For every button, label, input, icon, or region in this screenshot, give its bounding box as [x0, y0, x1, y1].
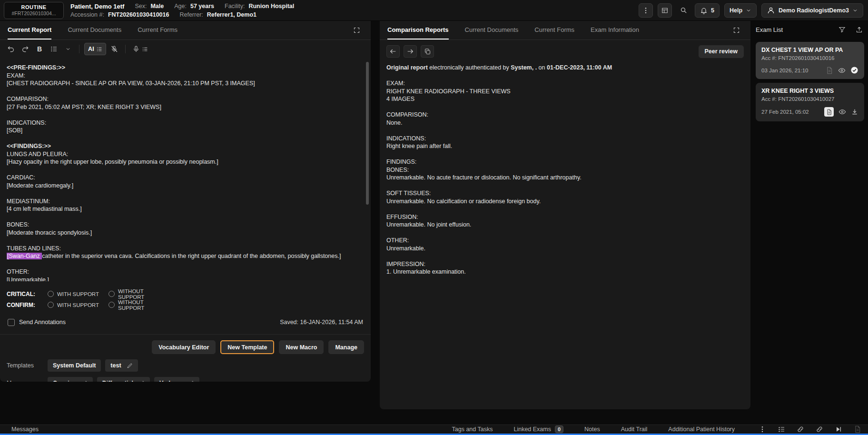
- linked-exams-tab[interactable]: Linked Exams 0: [513, 425, 563, 433]
- notifications-button[interactable]: 5: [695, 3, 720, 18]
- new-macro-button[interactable]: New Macro: [279, 340, 324, 354]
- templates-row: Templates System Default test: [7, 359, 364, 372]
- macro-differential[interactable]: Differential: [97, 377, 150, 382]
- expand-report-button[interactable]: [350, 24, 363, 37]
- forward-arrow-icon: [406, 48, 414, 55]
- report-line: [7, 260, 364, 268]
- audit-trail-tab[interactable]: Audit Trail: [621, 426, 648, 433]
- skip-forward-icon[interactable]: [835, 425, 842, 433]
- filter-button[interactable]: [837, 24, 847, 35]
- undo-button[interactable]: [5, 43, 17, 55]
- notes-tab[interactable]: Notes: [584, 426, 600, 433]
- mic-off-icon: [110, 45, 118, 53]
- user-name: Demo RadiologistDemo3: [779, 7, 849, 14]
- copy-icon: [424, 48, 431, 55]
- mic-off-button[interactable]: [108, 43, 120, 55]
- exam-list-title: Exam List: [756, 26, 783, 33]
- macro-chips: Concise Differential Verbose: [48, 377, 199, 382]
- pencil-edit-icon[interactable]: [81, 380, 88, 382]
- pencil-edit-icon[interactable]: [138, 380, 145, 382]
- redo-button[interactable]: [19, 43, 31, 55]
- tab-current-forms[interactable]: Current Forms: [138, 21, 178, 40]
- template-system-default[interactable]: System Default: [48, 359, 101, 372]
- next-report-button[interactable]: [404, 45, 417, 58]
- tab-current-documents[interactable]: Current Documents: [68, 21, 121, 40]
- confirm-without-support-radio[interactable]: WITHOUT SUPPORT: [108, 299, 169, 311]
- template-test[interactable]: test: [105, 359, 138, 372]
- report-line: [386, 205, 744, 213]
- more-options-button[interactable]: [639, 3, 653, 18]
- pencil-edit-icon[interactable]: [188, 380, 194, 382]
- radio-label: WITH SUPPORT: [57, 291, 99, 297]
- report-scrollbar[interactable]: [366, 62, 369, 205]
- kebab-icon[interactable]: [759, 425, 766, 433]
- report-line: [27 Feb 2021, 05:02 AM PST; XR; KNEE RIG…: [7, 103, 364, 111]
- report-line: Unremarkable.: [386, 245, 744, 253]
- format-dropdown-button[interactable]: [62, 43, 74, 55]
- help-button[interactable]: Help: [724, 3, 757, 18]
- download-icon[interactable]: [851, 108, 858, 116]
- send-annotations-checkbox[interactable]: Send Annotations: [8, 319, 66, 326]
- report-text: <<PRE-FINDINGS:>>EXAM:[CHEST RADIOGRAPH …: [0, 58, 371, 281]
- link-chain-icon[interactable]: [797, 425, 804, 433]
- report-line: COMPARISON:: [386, 111, 744, 119]
- report-line: [Swan-Ganz catheter in the superior vena…: [7, 252, 364, 260]
- peer-review-button[interactable]: Peer review: [699, 45, 744, 58]
- exam-list-header: Exam List: [756, 21, 864, 38]
- priority-box[interactable]: ROUTINE #FRT2026010304...: [4, 2, 64, 19]
- report-line: CARDIAC:: [7, 174, 364, 182]
- copy-report-button[interactable]: [421, 45, 434, 58]
- pencil-edit-icon[interactable]: [127, 363, 133, 369]
- report-editor[interactable]: <<PRE-FINDINGS:>>EXAM:[CHEST RADIOGRAPH …: [0, 58, 371, 281]
- report-line: OTHER:: [386, 237, 744, 245]
- tab-exam-information[interactable]: Exam Information: [591, 21, 639, 40]
- tags-and-tasks-tab[interactable]: Tags and Tasks: [452, 426, 493, 433]
- report-line: [Unremarkable.]: [7, 276, 364, 282]
- editor-toolbar: B AI: [0, 40, 371, 58]
- critical-without-support-radio[interactable]: WITHOUT SUPPORT: [108, 288, 169, 300]
- macro-concise[interactable]: Concise: [48, 377, 93, 382]
- messages-tab[interactable]: Messages: [11, 426, 39, 433]
- mic-icon: [132, 45, 140, 53]
- tab-comparison-reports[interactable]: Comparison Reports: [387, 21, 449, 40]
- active-report-button[interactable]: [824, 107, 834, 117]
- tab-current-documents[interactable]: Current Documents: [465, 21, 519, 40]
- eye-preview-icon[interactable]: [838, 108, 846, 116]
- report-line: MEDIASTINUM:: [7, 198, 364, 206]
- chevron-down-icon: [65, 46, 71, 52]
- template-macro-section: Vocabulary Editor New Template New Macro…: [0, 334, 371, 382]
- vocabulary-editor-button[interactable]: Vocabulary Editor: [152, 340, 216, 354]
- new-template-button[interactable]: New Template: [220, 340, 274, 354]
- confirm-with-support-radio[interactable]: WITH SUPPORT: [48, 302, 108, 308]
- manage-button[interactable]: Manage: [328, 340, 364, 354]
- macro-verbose[interactable]: Verbose: [154, 377, 199, 382]
- tab-current-forms[interactable]: Current Forms: [534, 21, 574, 40]
- dictation-button[interactable]: [130, 43, 150, 55]
- additional-patient-history-tab[interactable]: Additional Patient History: [668, 426, 735, 433]
- search-button[interactable]: [677, 4, 690, 17]
- ai-assist-button[interactable]: AI: [84, 43, 106, 55]
- link-exam-icon[interactable]: [816, 425, 823, 433]
- macro-chip-label: Verbose: [159, 380, 183, 382]
- bullet-list-button[interactable]: [48, 43, 60, 55]
- worklist-button[interactable]: [658, 3, 672, 18]
- export-button[interactable]: [854, 24, 864, 35]
- referrer-value: Referrer1, Demo1: [207, 11, 256, 18]
- exam-list-sidebar: Exam List DX CHEST 1 VIEW AP OR PA Acc #…: [756, 21, 864, 121]
- critical-with-support-radio[interactable]: WITH SUPPORT: [48, 291, 108, 297]
- document-page-icon[interactable]: [826, 67, 833, 74]
- report-line: INDICATIONS:: [7, 119, 364, 127]
- exam-card-knee[interactable]: XR KNEE RIGHT 3 VIEWS Acc #: FNT20260103…: [756, 83, 864, 121]
- eye-preview-icon[interactable]: [838, 67, 846, 74]
- tab-current-report[interactable]: Current Report: [8, 21, 51, 40]
- expand-icon: [733, 27, 740, 34]
- radio-label: WITHOUT SUPPORT: [118, 299, 169, 311]
- topbar-actions: 5 Help Demo RadiologistDemo3: [639, 3, 863, 18]
- report-line: [7, 166, 364, 174]
- checklist-icon[interactable]: [778, 425, 785, 433]
- expand-comparison-button[interactable]: [730, 24, 743, 37]
- exam-card-chest[interactable]: DX CHEST 1 VIEW AP OR PA Acc #: FNT20260…: [756, 42, 864, 79]
- user-menu-button[interactable]: Demo RadiologistDemo3: [761, 3, 863, 18]
- previous-report-button[interactable]: [386, 45, 400, 58]
- bold-button[interactable]: B: [33, 43, 46, 55]
